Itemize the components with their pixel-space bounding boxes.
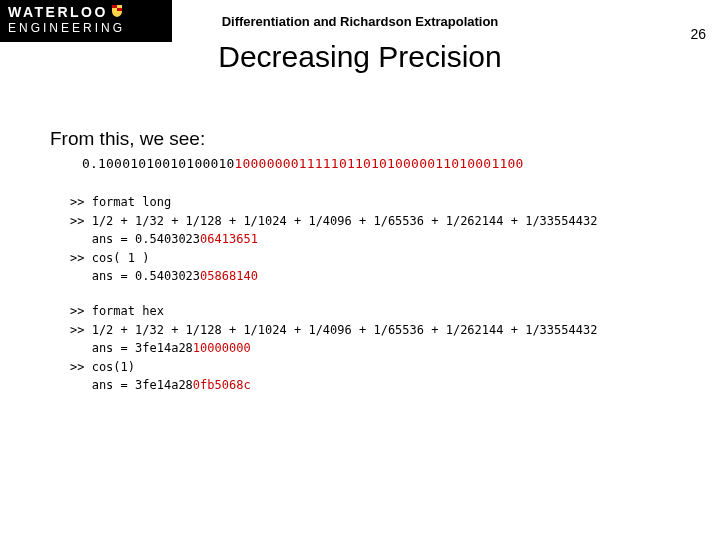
binary-representation: 0.10001010010100010100000001111101101010… xyxy=(82,156,680,171)
ans-label: ans = xyxy=(70,269,135,283)
code-block-hex: >> format hex >> 1/2 + 1/32 + 1/128 + 1/… xyxy=(70,302,680,395)
lead-text: From this, we see: xyxy=(50,128,680,150)
code-line: >> format long xyxy=(70,193,680,212)
binary-prefix: 0. xyxy=(82,156,98,171)
code-line: >> format hex xyxy=(70,302,680,321)
binary-significant: 10001010010100010 xyxy=(98,156,234,171)
ans-significant: 3fe14a28 xyxy=(135,378,193,392)
code-line: >> cos( 1 ) xyxy=(70,249,680,268)
code-line: ans = 0.540302306413651 xyxy=(70,230,680,249)
ans-significant: 0.5403023 xyxy=(135,269,200,283)
code-line: >> cos(1) xyxy=(70,358,680,377)
ans-label: ans = xyxy=(70,232,135,246)
header-caption: Differentiation and Richardson Extrapola… xyxy=(0,14,720,29)
ans-significant: 0.5403023 xyxy=(135,232,200,246)
ans-tail: 0fb5068c xyxy=(193,378,251,392)
code-line: >> 1/2 + 1/32 + 1/128 + 1/1024 + 1/4096 … xyxy=(70,321,680,340)
code-block-long: >> format long >> 1/2 + 1/32 + 1/128 + 1… xyxy=(70,193,680,286)
page-number: 26 xyxy=(690,26,706,42)
code-line: ans = 0.540302305868140 xyxy=(70,267,680,286)
code-line: ans = 3fe14a280fb5068c xyxy=(70,376,680,395)
ans-label: ans = xyxy=(70,341,135,355)
ans-significant: 3fe14a28 xyxy=(135,341,193,355)
ans-tail: 06413651 xyxy=(200,232,258,246)
svg-rect-0 xyxy=(112,5,117,8)
ans-label: ans = xyxy=(70,378,135,392)
slide-title: Decreasing Precision xyxy=(0,40,720,74)
ans-tail: 10000000 xyxy=(193,341,251,355)
code-line: ans = 3fe14a2810000000 xyxy=(70,339,680,358)
code-line: >> 1/2 + 1/32 + 1/128 + 1/1024 + 1/4096 … xyxy=(70,212,680,231)
svg-rect-1 xyxy=(117,8,122,11)
slide-body: From this, we see: 0.1000101001010001010… xyxy=(50,128,680,411)
ans-tail: 05868140 xyxy=(200,269,258,283)
binary-tail: 100000001111101101010000011010001100 xyxy=(235,156,524,171)
